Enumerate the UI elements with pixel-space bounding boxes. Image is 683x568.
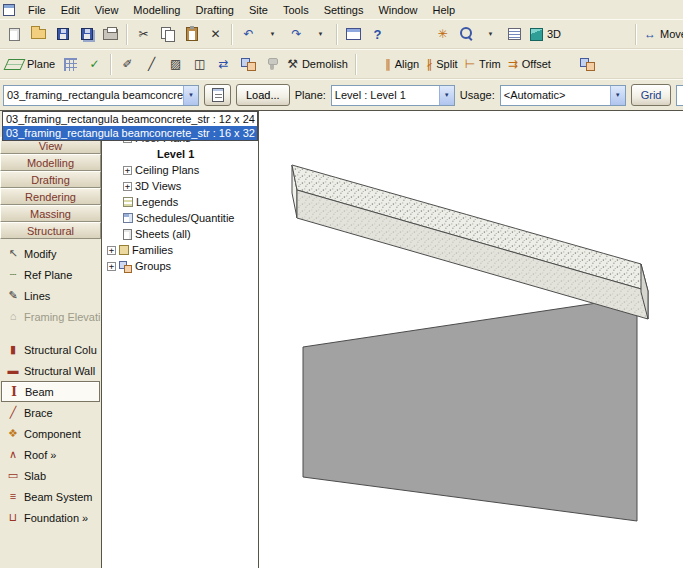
tab-modelling[interactable]: Modelling (0, 154, 101, 171)
concrete-beam-element[interactable] (292, 165, 648, 319)
split-label: Split (436, 58, 457, 70)
tab-rendering[interactable]: Rendering (0, 188, 101, 205)
grid-button[interactable]: Grid (631, 84, 672, 106)
document-window-icon[interactable] (3, 4, 15, 16)
combo-arrow-icon[interactable]: ▼ (439, 86, 454, 105)
tool-label: Beam (25, 386, 54, 398)
trim-button[interactable]: ⊢Trim (462, 53, 504, 76)
move-icon: ↔ (644, 28, 656, 40)
tab-drafting[interactable]: Drafting (0, 171, 101, 188)
combo-arrow-icon[interactable]: ▼ (610, 86, 625, 105)
open-button[interactable] (27, 23, 50, 46)
tree-label: Schedules/Quantitie (136, 212, 234, 224)
paste-button[interactable] (180, 23, 203, 46)
tab-massing[interactable]: Massing (0, 205, 101, 222)
menu-view[interactable]: View (88, 1, 126, 19)
paint-button[interactable]: ▨ (164, 53, 187, 76)
work-plane-button[interactable]: Plane (3, 53, 58, 76)
type-selector[interactable]: 03_framing_rectangula beamconcret ▼ (3, 85, 199, 106)
type-properties-button[interactable] (204, 84, 231, 106)
match-button[interactable]: ✐ (116, 53, 139, 76)
tool-beam[interactable]: IBeam (1, 381, 100, 402)
zoom-button[interactable] (455, 23, 478, 46)
offset-button[interactable]: ⇉Offset (505, 53, 554, 76)
print-button[interactable] (99, 23, 122, 46)
menu-help[interactable]: Help (426, 1, 463, 19)
tool-structural-column[interactable]: ▮Structural Colu (0, 339, 101, 360)
menu-edit[interactable]: Edit (54, 1, 87, 19)
type-option-16x32[interactable]: 03_framing_rectangula beamconcrete_str :… (3, 126, 257, 140)
clipped-option-field[interactable] (676, 85, 683, 106)
tool-lines[interactable]: ✎Lines (0, 285, 101, 306)
usage-select[interactable]: <Automatic> ▼ (500, 85, 626, 106)
split-button[interactable]: ∦Split (423, 53, 460, 76)
tool-ref-plane[interactable]: ┄Ref Plane (0, 264, 101, 285)
redo-button[interactable]: ↷ (285, 23, 308, 46)
align-button[interactable]: ∥Align (382, 53, 422, 76)
split-face-button[interactable]: ◫ (188, 53, 211, 76)
copy-button[interactable] (156, 23, 179, 46)
tool-roof[interactable]: ∧Roof » (0, 444, 101, 465)
tree-groups[interactable]: + Groups (102, 258, 258, 274)
save-to-central-button[interactable] (75, 23, 98, 46)
move-button[interactable]: ↔Move (641, 23, 683, 46)
cut-button[interactable]: ✂ (132, 23, 155, 46)
menu-window[interactable]: Window (371, 1, 424, 19)
menu-tools[interactable]: Tools (276, 1, 316, 19)
clipped-toolbar-button[interactable] (576, 53, 599, 76)
tree-legends[interactable]: Legends (102, 194, 258, 210)
view-properties-button[interactable] (503, 23, 526, 46)
expand-icon[interactable]: + (107, 246, 116, 255)
menu-file[interactable]: File (21, 1, 53, 19)
tree-3d-views[interactable]: + 3D Views (102, 178, 258, 194)
menu-settings[interactable]: Settings (317, 1, 371, 19)
plane-select[interactable]: Level : Level 1 ▼ (331, 85, 455, 106)
dynamically-modify-view-button[interactable]: ✳ (431, 23, 454, 46)
menu-modelling[interactable]: Modelling (126, 1, 187, 19)
tab-structural[interactable]: Structural (0, 222, 101, 239)
tree-families[interactable]: + Families (102, 242, 258, 258)
redo-dropdown-button[interactable]: ▼ (309, 23, 332, 46)
expand-icon[interactable]: + (123, 182, 132, 191)
wall-element[interactable] (303, 297, 637, 521)
tree-schedules[interactable]: Schedules/Quantitie (102, 210, 258, 226)
design-options-button[interactable] (342, 23, 365, 46)
split-icon: ∦ (426, 58, 432, 70)
menu-site[interactable]: Site (242, 1, 275, 19)
save-button[interactable] (51, 23, 74, 46)
group-button[interactable] (236, 53, 259, 76)
default-3d-view-button[interactable]: 3D (527, 23, 564, 46)
cube-3d-icon (530, 28, 543, 41)
combo-arrow-icon[interactable]: ▼ (183, 86, 198, 105)
tree-level-1[interactable]: Level 1 (102, 146, 258, 162)
tree-ceiling-plans[interactable]: + Ceiling Plans (102, 162, 258, 178)
expand-icon[interactable]: + (107, 262, 116, 271)
new-document-button[interactable] (3, 23, 26, 46)
tool-beam-system[interactable]: ≡Beam System (0, 486, 101, 507)
tool-component[interactable]: ❖Component (0, 423, 101, 444)
tool-modify[interactable]: ↖Modify (0, 243, 101, 264)
expand-icon[interactable]: + (123, 166, 132, 175)
demolish-button[interactable]: ⚒Demolish (284, 53, 351, 76)
type-option-12x24[interactable]: 03_framing_rectangula beamconcrete_str :… (3, 112, 257, 126)
delete-button[interactable]: ✕ (204, 23, 227, 46)
tree-sheets[interactable]: Sheets (all) (102, 226, 258, 242)
context-help-button[interactable]: ? (366, 23, 389, 46)
tool-brace[interactable]: ╱Brace (0, 402, 101, 423)
tool-foundation[interactable]: ⊔Foundation » (0, 507, 101, 528)
spelling-button[interactable]: ✓ (83, 53, 106, 76)
linework-button[interactable]: ╱ (140, 53, 163, 76)
undo-button[interactable]: ↶ (237, 23, 260, 46)
pin-button[interactable] (260, 53, 283, 76)
menu-drafting[interactable]: Drafting (188, 1, 241, 19)
tool-slab[interactable]: ▭Slab (0, 465, 101, 486)
undo-dropdown-button[interactable]: ▼ (261, 23, 284, 46)
drawing-area[interactable] (259, 111, 683, 568)
zoom-dropdown-button[interactable]: ▼ (479, 23, 502, 46)
mirror-button[interactable]: ⇄ (212, 53, 235, 76)
tool-structural-wall[interactable]: ▬Structural Wall (0, 360, 101, 381)
load-button[interactable]: Load... (236, 84, 290, 106)
save-to-central-icon (81, 28, 93, 40)
revit-window: File Edit View Modelling Drafting Site T… (0, 0, 683, 568)
grid-toggle-button[interactable] (59, 53, 82, 76)
